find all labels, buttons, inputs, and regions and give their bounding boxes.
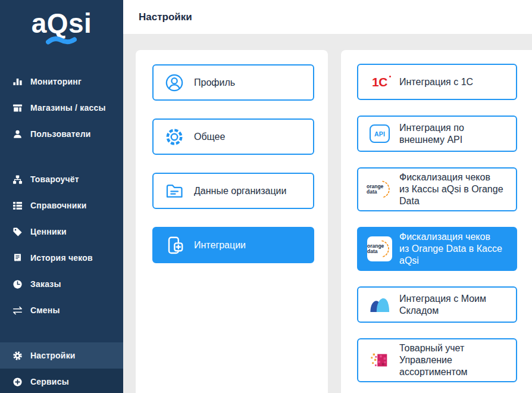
settings-card-label: Общее bbox=[194, 132, 225, 142]
gear-outline-icon bbox=[164, 127, 185, 147]
integration-card-label: Интеграция с 1С bbox=[399, 76, 473, 88]
plus-circle-icon bbox=[11, 376, 24, 388]
app-window: aQsi Мониторинг Магазины / кассы bbox=[0, 0, 532, 393]
settings-card-organization-data[interactable]: Данные организации bbox=[152, 173, 314, 209]
sidebar-item-shifts[interactable]: Смены bbox=[0, 297, 123, 323]
sidebar-item-price-tags[interactable]: Ценники bbox=[0, 219, 123, 245]
integration-card-label: Фискализация чеков из Orange Data в Касс… bbox=[399, 231, 502, 267]
orange-data-arc-icon bbox=[379, 179, 393, 199]
list-icon bbox=[11, 200, 24, 211]
logo-wave-icon bbox=[46, 36, 77, 46]
sidebar-item-label: История чеков bbox=[30, 253, 93, 263]
settings-card-label: Профиль bbox=[194, 77, 235, 88]
orange-data-logo-icon: orange data bbox=[366, 236, 393, 261]
orange-data-logo-icon: orange data bbox=[366, 179, 393, 200]
sidebar-item-label: Заказы bbox=[30, 279, 61, 289]
integration-card-moysklad[interactable]: Интеграция с Моим Складом bbox=[357, 286, 517, 323]
integration-card-aqsi-to-orangedata[interactable]: orange data Фискализация чеков из Кассы … bbox=[357, 167, 517, 211]
settings-card-profile[interactable]: Профиль bbox=[152, 64, 314, 101]
sidebar-item-stores[interactable]: Магазины / кассы bbox=[0, 95, 123, 121]
sidebar-item-orders[interactable]: Заказы bbox=[0, 271, 123, 297]
assortment-logo-icon bbox=[366, 350, 393, 370]
integration-card-1c[interactable]: 1С Интеграция с 1С bbox=[357, 64, 517, 100]
settings-card-general[interactable]: Общее bbox=[152, 118, 314, 155]
sidebar-item-label: Сервисы bbox=[30, 377, 69, 386]
moysklad-logo-icon bbox=[366, 297, 393, 313]
integration-card-label: Интеграция по внешнему API bbox=[399, 122, 464, 146]
settings-card-label: Данные организации bbox=[194, 186, 286, 196]
sidebar-item-label: Мониторинг bbox=[30, 77, 82, 86]
nav-group-divider bbox=[0, 323, 123, 342]
sidebar-item-users[interactable]: Пользователи bbox=[0, 121, 123, 147]
receipt-icon bbox=[11, 252, 24, 264]
main-content: Профиль Общее Данные организации Интегра… bbox=[123, 34, 532, 393]
integration-card-orangedata-to-aqsi[interactable]: orange data Фискализация чеков из Orange… bbox=[357, 227, 517, 271]
tag-icon bbox=[11, 226, 24, 238]
integrations-panel: 1С Интеграция с 1С API Интеграция по вне… bbox=[341, 50, 532, 393]
sidebar-item-label: Справочники bbox=[30, 201, 87, 210]
settings-sections-panel: Профиль Общее Данные организации Интегра… bbox=[136, 50, 328, 393]
integration-card-label: Товарный учет Управление ассортиментом bbox=[399, 342, 468, 378]
app-logo-text: aQsi bbox=[32, 7, 92, 60]
swap-arrows-icon bbox=[11, 305, 24, 316]
integration-card-assortment[interactable]: Товарный учет Управление ассортиментом bbox=[357, 338, 517, 382]
settings-card-label: Интеграции bbox=[194, 240, 246, 251]
integration-card-label: Интеграция с Моим Складом bbox=[399, 293, 486, 317]
sitemap-icon bbox=[11, 174, 24, 185]
folder-icon bbox=[164, 181, 185, 201]
header: Настройки bbox=[123, 0, 532, 34]
orange-data-arc-icon bbox=[378, 239, 393, 259]
sidebar-item-label: Магазины / кассы bbox=[30, 103, 106, 113]
sidebar-nav: Мониторинг Магазины / кассы Пользователи bbox=[0, 68, 123, 393]
integration-card-label: Фискализация чеков из Кассы aQsi в Orang… bbox=[399, 171, 503, 207]
nav-group-divider bbox=[0, 147, 123, 166]
bar-chart-icon bbox=[11, 76, 24, 88]
app-logo[interactable]: aQsi bbox=[0, 0, 123, 60]
clock-icon bbox=[11, 279, 24, 290]
api-icon-text: API bbox=[370, 124, 390, 143]
sidebar-item-inventory[interactable]: Товароучёт bbox=[0, 166, 123, 192]
page-title: Настройки bbox=[139, 11, 192, 23]
api-icon: API bbox=[366, 124, 393, 143]
sidebar-item-label: Пользователи bbox=[30, 129, 91, 139]
sidebar-item-monitoring[interactable]: Мониторинг bbox=[0, 68, 123, 95]
sidebar-item-label: Ценники bbox=[30, 227, 67, 236]
sidebar-item-label: Настройки bbox=[30, 351, 76, 360]
sidebar-item-label: Смены bbox=[30, 305, 60, 315]
logo-tile: orange data bbox=[367, 236, 392, 261]
user-icon bbox=[11, 129, 24, 140]
sidebar-item-services[interactable]: Сервисы bbox=[0, 369, 123, 393]
sidebar: aQsi Мониторинг Магазины / кассы bbox=[0, 0, 123, 393]
one-c-logo-icon: 1С bbox=[366, 75, 393, 89]
device-plus-icon bbox=[164, 235, 185, 256]
sidebar-item-label: Товароучёт bbox=[30, 174, 79, 184]
integration-card-external-api[interactable]: API Интеграция по внешнему API bbox=[357, 116, 517, 152]
one-c-logo-text: 1С bbox=[372, 75, 387, 89]
sidebar-item-settings[interactable]: Настройки bbox=[0, 342, 123, 369]
settings-card-integrations[interactable]: Интеграции bbox=[152, 227, 314, 263]
profile-icon bbox=[164, 73, 185, 93]
sidebar-item-directories[interactable]: Справочники bbox=[0, 192, 123, 219]
gear-icon bbox=[11, 350, 24, 361]
sidebar-item-receipt-history[interactable]: История чеков bbox=[0, 245, 123, 271]
storefront-icon bbox=[11, 102, 24, 114]
